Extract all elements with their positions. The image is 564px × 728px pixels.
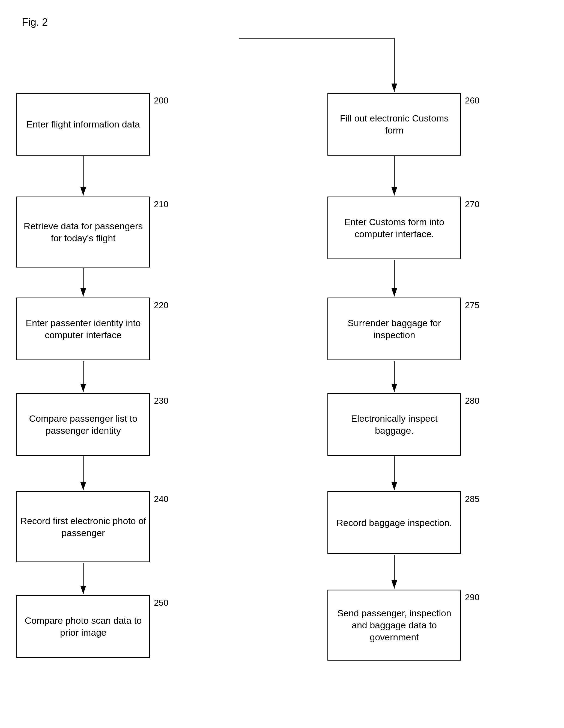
box-285-text: Record baggage inspection.	[336, 517, 452, 529]
label-260: 260	[465, 96, 479, 106]
box-285: Record baggage inspection.	[327, 491, 461, 554]
box-230: Compare passenger list to passenger iden…	[16, 393, 150, 456]
label-240: 240	[154, 494, 168, 504]
box-200-text: Enter flight information data	[26, 118, 140, 130]
label-200: 200	[154, 96, 168, 106]
label-275: 275	[465, 300, 479, 310]
box-210: Retrieve data for passengers for today's…	[16, 197, 150, 268]
box-210-text: Retrieve data for passengers for today's…	[20, 220, 147, 244]
box-290: Send passenger, inspection and baggage d…	[327, 590, 461, 661]
label-270: 270	[465, 199, 479, 209]
box-230-text: Compare passenger list to passenger iden…	[20, 412, 147, 436]
box-220-text: Enter passenter identity into computer i…	[20, 317, 147, 341]
box-275: Surrender baggage for inspection	[327, 298, 461, 360]
label-230: 230	[154, 396, 168, 406]
box-270: Enter Customs form into computer interfa…	[327, 197, 461, 259]
box-270-text: Enter Customs form into computer interfa…	[331, 216, 458, 240]
box-250-text: Compare photo scan data to prior image	[20, 614, 147, 638]
box-275-text: Surrender baggage for inspection	[331, 317, 458, 341]
label-285: 285	[465, 494, 479, 504]
label-220: 220	[154, 300, 168, 310]
box-240: Record first electronic photo of passeng…	[16, 491, 150, 562]
box-200: Enter flight information data	[16, 93, 150, 156]
box-240-text: Record first electronic photo of passeng…	[20, 515, 147, 539]
figure-label: Fig. 2	[22, 16, 48, 28]
box-290-text: Send passenger, inspection and baggage d…	[331, 607, 458, 643]
box-260: Fill out electronic Customs form	[327, 93, 461, 156]
label-290: 290	[465, 592, 479, 602]
box-220: Enter passenter identity into computer i…	[16, 298, 150, 360]
box-280: Electronically inspect baggage.	[327, 393, 461, 456]
label-210: 210	[154, 199, 168, 209]
box-280-text: Electronically inspect baggage.	[331, 412, 458, 436]
label-250: 250	[154, 598, 168, 608]
box-250: Compare photo scan data to prior image	[16, 595, 150, 658]
label-280: 280	[465, 396, 479, 406]
box-260-text: Fill out electronic Customs form	[331, 112, 458, 136]
